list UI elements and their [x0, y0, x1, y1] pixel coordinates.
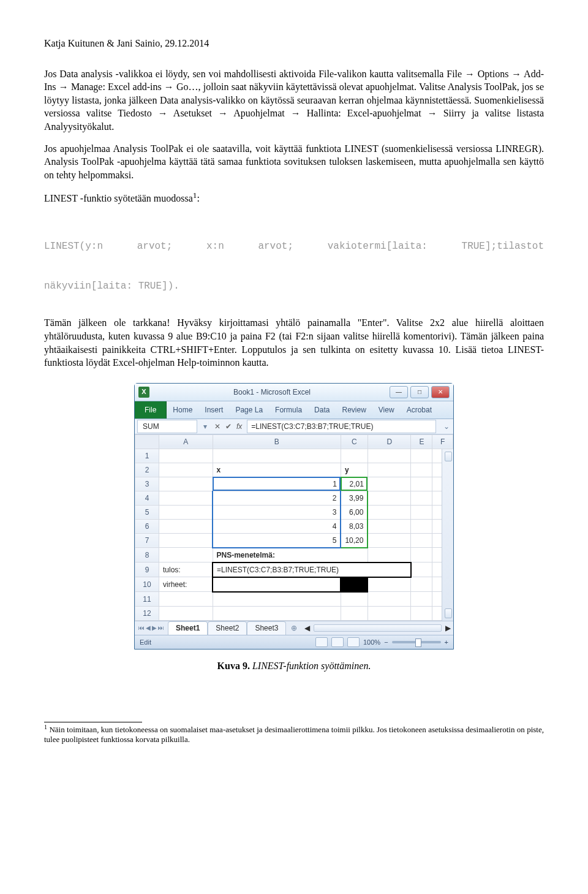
code-l1d: arvot;: [258, 240, 293, 254]
cell-B2[interactable]: x: [213, 463, 341, 477]
sheet-tab-2[interactable]: Sheet2: [208, 621, 247, 634]
view-normal-icon[interactable]: [315, 637, 328, 647]
ribbon-tabs: File Home Insert Page La Formula Data Re…: [135, 401, 453, 419]
hscroll-right-icon[interactable]: ▶: [445, 623, 451, 633]
zoom-in-icon[interactable]: +: [445, 638, 448, 647]
paragraph-3: LINEST -funktio syötetään muodossa1:: [44, 190, 544, 205]
add-sheet-icon[interactable]: ⊕: [286, 623, 302, 633]
code-l1b: arvot;: [137, 240, 173, 254]
cancel-icon[interactable]: ✕: [214, 422, 221, 431]
namebox-dropdown-icon[interactable]: ▾: [200, 422, 211, 431]
col-B[interactable]: B: [213, 434, 341, 449]
cell-A10[interactable]: virheet:: [159, 577, 213, 592]
row-2[interactable]: 2: [135, 463, 159, 477]
tab-acrobat[interactable]: Acrobat: [401, 401, 438, 419]
cell-B5[interactable]: 3: [213, 505, 341, 519]
window-title: Book1 - Microsoft Excel: [154, 387, 390, 397]
tab-review[interactable]: Review: [336, 401, 372, 419]
horizontal-scrollbar[interactable]: ◀ ▶: [302, 623, 453, 633]
worksheet-grid[interactable]: A B C D E F 1 2 x y 3 1 2,01 4 2: [135, 434, 453, 621]
hscroll-left-icon[interactable]: ◀: [304, 623, 310, 633]
accept-icon[interactable]: ✔: [225, 422, 232, 431]
code-l1f: TRUE];tilastot: [462, 240, 544, 254]
cell-A9[interactable]: tulos:: [159, 563, 213, 577]
sheet-nav-next-icon[interactable]: ▶: [152, 624, 157, 632]
cell-C7[interactable]: 10,20: [341, 533, 368, 548]
tab-insert[interactable]: Insert: [198, 401, 229, 419]
col-E[interactable]: E: [411, 434, 432, 449]
zoom-label: 100%: [363, 638, 380, 647]
cell-B9-edit[interactable]: =LINEST(C3:C7;B3:B7;TRUE;TRUE): [213, 563, 411, 577]
p3-prefix: LINEST -funktio syötetään muodossa: [44, 194, 193, 204]
sheet-nav-prev-icon[interactable]: ◀: [146, 624, 151, 632]
row-3[interactable]: 3: [135, 477, 159, 491]
row-8[interactable]: 8: [135, 548, 159, 563]
sheet-tab-1[interactable]: Sheet1: [168, 621, 208, 634]
paragraph-4: Tämän jälkeen ole tarkkana! Hyväksy kirj…: [44, 316, 544, 369]
select-all-corner[interactable]: [135, 434, 159, 449]
tab-file[interactable]: File: [135, 401, 167, 419]
cell-B7[interactable]: 5: [213, 533, 341, 548]
row-12[interactable]: 12: [135, 606, 159, 620]
formula-bar: SUM ▾ ✕ ✔ fx =LINEST(C3:C7;B3:B7;TRUE;TR…: [135, 419, 453, 434]
cell-B6[interactable]: 4: [213, 519, 341, 533]
col-C[interactable]: C: [341, 434, 368, 449]
cell-C6[interactable]: 8,03: [341, 519, 368, 533]
tab-view[interactable]: View: [372, 401, 401, 419]
tab-home[interactable]: Home: [167, 401, 198, 419]
status-mode: Edit: [140, 638, 151, 647]
zoom-slider[interactable]: [392, 641, 441, 643]
view-pagelayout-icon[interactable]: [331, 637, 344, 647]
cell-B3[interactable]: 1: [213, 477, 341, 491]
view-pagebreak-icon[interactable]: [347, 637, 360, 647]
row-4[interactable]: 4: [135, 491, 159, 505]
cell-B8[interactable]: PNS-menetelmä:: [213, 548, 368, 563]
close-button[interactable]: ✕: [431, 386, 450, 398]
col-D[interactable]: D: [368, 434, 411, 449]
sheet-nav-first-icon[interactable]: ⏮: [138, 624, 145, 632]
formulabar-expand-icon[interactable]: ⌄: [440, 422, 453, 431]
footnote-separator: [44, 722, 142, 722]
minimize-button[interactable]: —: [390, 386, 408, 398]
vertical-scrollbar[interactable]: [442, 449, 453, 621]
row-7[interactable]: 7: [135, 533, 159, 548]
paragraph-1: Jos Data analysis -valikkoa ei löydy, se…: [44, 67, 544, 134]
row-5[interactable]: 5: [135, 505, 159, 519]
code-l1c: x:n: [206, 240, 224, 254]
excel-window: X Book1 - Microsoft Excel — □ ✕ File Hom…: [134, 383, 454, 650]
footnote: 1 Näin toimitaan, kun tietokoneessa on s…: [44, 724, 544, 745]
statusbar: Edit 100% − +: [135, 635, 453, 649]
tab-formulas[interactable]: Formula: [269, 401, 308, 419]
sheet-tab-3[interactable]: Sheet3: [247, 621, 286, 634]
formula-input[interactable]: =LINEST(C3:C7;B3:B7;TRUE;TRUE): [247, 420, 436, 433]
footnote-text: Näin toimitaan, kun tietokoneessa on suo…: [44, 725, 544, 744]
caption-italic: LINEST-funktion syöttäminen.: [252, 661, 371, 671]
sheet-tabs-bar: ⏮ ◀ ▶ ⏭ Sheet1 Sheet2 Sheet3 ⊕ ◀ ▶: [135, 621, 453, 635]
p3-suffix: :: [197, 194, 199, 204]
fx-icon[interactable]: fx: [236, 422, 242, 431]
tab-pagelayout[interactable]: Page La: [229, 401, 269, 419]
cell-C5[interactable]: 6,00: [341, 505, 368, 519]
cell-C4[interactable]: 3,99: [341, 491, 368, 505]
sheet-nav-last-icon[interactable]: ⏭: [158, 624, 164, 632]
zoom-out-icon[interactable]: −: [384, 638, 388, 647]
paragraph-2: Jos apuohjelmaa Analysis ToolPak ei ole …: [44, 142, 544, 182]
row-1[interactable]: 1: [135, 449, 159, 463]
col-F[interactable]: F: [432, 434, 453, 449]
row-6[interactable]: 6: [135, 519, 159, 533]
cell-C2[interactable]: y: [341, 463, 368, 477]
row-11[interactable]: 11: [135, 592, 159, 607]
code-block: LINEST(y:n arvot; x:n arvot; vakiotermi[…: [44, 214, 544, 306]
page-header: Katja Kuitunen & Jani Sainio, 29.12.2014: [44, 37, 544, 50]
figure-caption: Kuva 9. LINEST-funktion syöttäminen.: [44, 659, 544, 673]
row-10[interactable]: 10: [135, 577, 159, 592]
cell-B4[interactable]: 2: [213, 491, 341, 505]
cell-C3[interactable]: 2,01: [341, 477, 368, 491]
name-box[interactable]: SUM: [137, 420, 197, 433]
caption-bold: Kuva 9.: [217, 661, 250, 671]
row-9[interactable]: 9: [135, 563, 159, 577]
code-l2: näkyviin[laita: TRUE]).: [44, 280, 544, 294]
tab-data[interactable]: Data: [308, 401, 336, 419]
maximize-button[interactable]: □: [410, 386, 429, 398]
col-A[interactable]: A: [159, 434, 213, 449]
